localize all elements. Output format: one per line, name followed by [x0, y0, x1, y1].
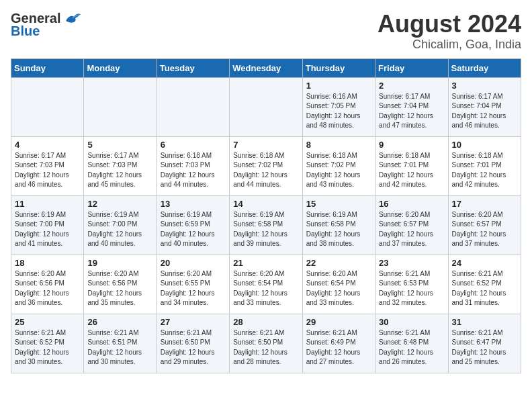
day-number: 31: [452, 317, 517, 327]
day-info: Sunrise: 6:19 AM Sunset: 6:59 PM Dayligh…: [161, 210, 226, 249]
table-row: 19Sunrise: 6:20 AM Sunset: 6:56 PM Dayli…: [84, 255, 157, 314]
day-number: 3: [452, 81, 517, 91]
day-info: Sunrise: 6:18 AM Sunset: 7:02 PM Dayligh…: [233, 151, 298, 190]
table-row: 7Sunrise: 6:18 AM Sunset: 7:02 PM Daylig…: [230, 136, 302, 195]
table-row: 18Sunrise: 6:20 AM Sunset: 6:56 PM Dayli…: [11, 255, 84, 314]
table-row: 5Sunrise: 6:17 AM Sunset: 7:03 PM Daylig…: [84, 136, 157, 195]
day-info: Sunrise: 6:17 AM Sunset: 7:04 PM Dayligh…: [379, 92, 444, 131]
day-number: 30: [379, 317, 444, 327]
calendar-table: Sunday Monday Tuesday Wednesday Thursday…: [11, 58, 521, 373]
day-info: Sunrise: 6:18 AM Sunset: 7:02 PM Dayligh…: [306, 151, 371, 190]
day-info: Sunrise: 6:19 AM Sunset: 6:58 PM Dayligh…: [233, 210, 298, 249]
day-number: 9: [379, 140, 444, 150]
table-row: [11, 77, 84, 136]
table-row: 17Sunrise: 6:20 AM Sunset: 6:57 PM Dayli…: [448, 195, 521, 255]
table-row: 30Sunrise: 6:21 AM Sunset: 6:48 PM Dayli…: [375, 314, 448, 373]
day-info: Sunrise: 6:21 AM Sunset: 6:52 PM Dayligh…: [452, 269, 517, 308]
table-row: 12Sunrise: 6:19 AM Sunset: 7:00 PM Dayli…: [84, 195, 157, 255]
table-row: 10Sunrise: 6:18 AM Sunset: 7:01 PM Dayli…: [448, 136, 521, 195]
day-number: 5: [87, 140, 152, 150]
logo-blue-text: Blue: [11, 24, 82, 39]
day-number: 29: [306, 317, 371, 327]
day-info: Sunrise: 6:21 AM Sunset: 6:49 PM Dayligh…: [306, 328, 371, 367]
day-number: 1: [306, 81, 371, 91]
table-row: 25Sunrise: 6:21 AM Sunset: 6:52 PM Dayli…: [11, 314, 84, 373]
day-info: Sunrise: 6:20 AM Sunset: 6:57 PM Dayligh…: [379, 210, 444, 249]
day-info: Sunrise: 6:17 AM Sunset: 7:03 PM Dayligh…: [87, 151, 152, 190]
day-number: 4: [15, 140, 80, 150]
day-info: Sunrise: 6:21 AM Sunset: 6:50 PM Dayligh…: [233, 328, 298, 367]
table-row: 4Sunrise: 6:17 AM Sunset: 7:03 PM Daylig…: [11, 136, 84, 195]
day-number: 20: [161, 258, 226, 268]
day-number: 28: [233, 317, 298, 327]
day-info: Sunrise: 6:20 AM Sunset: 6:54 PM Dayligh…: [233, 269, 298, 308]
day-info: Sunrise: 6:20 AM Sunset: 6:57 PM Dayligh…: [452, 210, 517, 249]
table-row: 3Sunrise: 6:17 AM Sunset: 7:04 PM Daylig…: [448, 77, 521, 136]
day-number: 16: [379, 199, 444, 209]
calendar-week-row: 1Sunrise: 6:16 AM Sunset: 7:05 PM Daylig…: [11, 77, 521, 136]
day-number: 13: [161, 199, 226, 209]
table-row: [230, 77, 302, 136]
day-info: Sunrise: 6:18 AM Sunset: 7:03 PM Dayligh…: [161, 151, 226, 190]
header-tuesday: Tuesday: [157, 58, 229, 77]
day-info: Sunrise: 6:18 AM Sunset: 7:01 PM Dayligh…: [452, 151, 517, 190]
day-info: Sunrise: 6:20 AM Sunset: 6:56 PM Dayligh…: [87, 269, 152, 308]
day-number: 7: [233, 140, 298, 150]
day-number: 27: [161, 317, 226, 327]
day-info: Sunrise: 6:18 AM Sunset: 7:01 PM Dayligh…: [379, 151, 444, 190]
day-info: Sunrise: 6:20 AM Sunset: 6:54 PM Dayligh…: [306, 269, 371, 308]
table-row: 26Sunrise: 6:21 AM Sunset: 6:51 PM Dayli…: [84, 314, 157, 373]
table-row: 16Sunrise: 6:20 AM Sunset: 6:57 PM Dayli…: [375, 195, 448, 255]
day-number: 6: [161, 140, 226, 150]
day-number: 23: [379, 258, 444, 268]
day-info: Sunrise: 6:21 AM Sunset: 6:50 PM Dayligh…: [161, 328, 226, 367]
day-info: Sunrise: 6:16 AM Sunset: 7:05 PM Dayligh…: [306, 92, 371, 131]
table-row: 9Sunrise: 6:18 AM Sunset: 7:01 PM Daylig…: [375, 136, 448, 195]
day-info: Sunrise: 6:20 AM Sunset: 6:55 PM Dayligh…: [161, 269, 226, 308]
calendar-week-row: 4Sunrise: 6:17 AM Sunset: 7:03 PM Daylig…: [11, 136, 521, 195]
table-row: 29Sunrise: 6:21 AM Sunset: 6:49 PM Dayli…: [302, 314, 375, 373]
table-row: 20Sunrise: 6:20 AM Sunset: 6:55 PM Dayli…: [157, 255, 229, 314]
header-thursday: Thursday: [302, 58, 375, 77]
day-info: Sunrise: 6:21 AM Sunset: 6:51 PM Dayligh…: [87, 328, 152, 367]
table-row: 22Sunrise: 6:20 AM Sunset: 6:54 PM Dayli…: [302, 255, 375, 314]
header-saturday: Saturday: [448, 58, 521, 77]
table-row: 24Sunrise: 6:21 AM Sunset: 6:52 PM Dayli…: [448, 255, 521, 314]
header-monday: Monday: [84, 58, 157, 77]
table-row: 14Sunrise: 6:19 AM Sunset: 6:58 PM Dayli…: [230, 195, 302, 255]
page-header: General Blue August 2024 Chicalim, Goa, …: [11, 11, 521, 52]
table-row: 6Sunrise: 6:18 AM Sunset: 7:03 PM Daylig…: [157, 136, 229, 195]
table-row: 1Sunrise: 6:16 AM Sunset: 7:05 PM Daylig…: [302, 77, 375, 136]
day-number: 26: [87, 317, 152, 327]
day-number: 14: [233, 199, 298, 209]
calendar-week-row: 18Sunrise: 6:20 AM Sunset: 6:56 PM Dayli…: [11, 255, 521, 314]
day-number: 17: [452, 199, 517, 209]
table-row: [84, 77, 157, 136]
table-row: 15Sunrise: 6:19 AM Sunset: 6:58 PM Dayli…: [302, 195, 375, 255]
table-row: 8Sunrise: 6:18 AM Sunset: 7:02 PM Daylig…: [302, 136, 375, 195]
calendar-week-row: 11Sunrise: 6:19 AM Sunset: 7:00 PM Dayli…: [11, 195, 521, 255]
table-row: 21Sunrise: 6:20 AM Sunset: 6:54 PM Dayli…: [230, 255, 302, 314]
day-info: Sunrise: 6:21 AM Sunset: 6:47 PM Dayligh…: [452, 328, 517, 367]
calendar-header-row: Sunday Monday Tuesday Wednesday Thursday…: [11, 58, 521, 77]
table-row: 13Sunrise: 6:19 AM Sunset: 6:59 PM Dayli…: [157, 195, 229, 255]
header-friday: Friday: [375, 58, 448, 77]
header-sunday: Sunday: [11, 58, 84, 77]
day-number: 22: [306, 258, 371, 268]
day-number: 25: [15, 317, 80, 327]
day-info: Sunrise: 6:21 AM Sunset: 6:52 PM Dayligh…: [15, 328, 80, 367]
day-info: Sunrise: 6:17 AM Sunset: 7:04 PM Dayligh…: [452, 92, 517, 131]
day-info: Sunrise: 6:19 AM Sunset: 6:58 PM Dayligh…: [306, 210, 371, 249]
day-info: Sunrise: 6:21 AM Sunset: 6:53 PM Dayligh…: [379, 269, 444, 308]
day-info: Sunrise: 6:19 AM Sunset: 7:00 PM Dayligh…: [87, 210, 152, 249]
logo: General Blue: [11, 11, 82, 39]
day-number: 12: [87, 199, 152, 209]
calendar-title: August 2024: [378, 11, 521, 38]
header-wednesday: Wednesday: [230, 58, 302, 77]
calendar-subtitle: Chicalim, Goa, India: [378, 38, 521, 52]
table-row: 11Sunrise: 6:19 AM Sunset: 7:00 PM Dayli…: [11, 195, 84, 255]
table-row: 23Sunrise: 6:21 AM Sunset: 6:53 PM Dayli…: [375, 255, 448, 314]
day-number: 15: [306, 199, 371, 209]
day-number: 18: [15, 258, 80, 268]
day-number: 8: [306, 140, 371, 150]
